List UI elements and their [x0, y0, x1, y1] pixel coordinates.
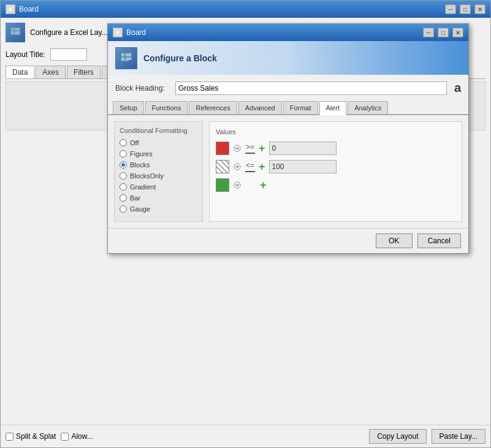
- ok-button[interactable]: OK: [376, 233, 413, 248]
- cancel-button[interactable]: Cancel: [417, 233, 461, 248]
- option-gradient-label: Gradient: [130, 183, 156, 191]
- svg-point-9: [234, 182, 240, 188]
- modal-title-icon: ■: [113, 28, 123, 37]
- value-input-1[interactable]: [269, 142, 337, 155]
- bg-tab-filters[interactable]: Filters: [67, 66, 101, 78]
- modal-footer: OK Cancel: [108, 228, 468, 253]
- values-title: Values: [216, 128, 455, 135]
- add-btn-3[interactable]: +: [260, 180, 267, 191]
- font-icon: a: [454, 81, 461, 95]
- value-input-2[interactable]: [269, 160, 337, 173]
- option-blocksonly-label: BlocksOnly: [130, 172, 164, 180]
- bg-inner-title: Configure a Excel Lay...: [30, 28, 108, 37]
- bg-minimize-btn[interactable]: ─: [445, 4, 456, 14]
- option-blocks-label: Blocks: [130, 161, 150, 169]
- allow-label: Alow...: [71, 432, 93, 441]
- block-heading-label: Block Heading:: [115, 84, 170, 93]
- value-row-2: <= +: [216, 160, 455, 173]
- radio-off[interactable]: [120, 139, 127, 146]
- svg-point-7: [234, 145, 240, 151]
- modal-close-btn[interactable]: ✕: [452, 28, 463, 37]
- option-gradient[interactable]: Gradient: [120, 183, 197, 191]
- option-bar-label: Bar: [130, 194, 140, 202]
- option-off-label: Off: [130, 139, 139, 146]
- svg-point-8: [234, 164, 240, 170]
- tab-format[interactable]: Format: [283, 101, 318, 114]
- radio-gradient[interactable]: [120, 183, 127, 191]
- option-figures[interactable]: Figures: [120, 150, 197, 158]
- option-gauge-label: Gauge: [130, 205, 150, 213]
- tab-alert[interactable]: Alert: [319, 101, 347, 115]
- bg-close-btn[interactable]: ✕: [474, 4, 485, 14]
- split-splat-row: Split & Splat: [6, 432, 56, 441]
- layout-title-input[interactable]: [50, 48, 87, 61]
- conditional-formatting-panel: Conditional Formatting Off Figures Block…: [114, 121, 203, 222]
- value-row-3: +: [216, 178, 455, 192]
- dropdown-btn-3[interactable]: [233, 181, 242, 189]
- allow-checkbox[interactable]: [61, 433, 69, 441]
- copy-layout-btn[interactable]: Copy Layout: [369, 429, 426, 444]
- modal-tabs: Setup Functions References Advanced Form…: [108, 101, 468, 115]
- modal-header-icon: [115, 47, 137, 69]
- color-swatch-1[interactable]: [216, 142, 229, 155]
- split-splat-label: Split & Splat: [16, 432, 56, 441]
- color-swatch-2[interactable]: [216, 160, 229, 173]
- tab-analytics[interactable]: Analytics: [348, 101, 388, 114]
- paste-layout-btn[interactable]: Paste Lay...: [432, 429, 485, 444]
- radio-bar[interactable]: [120, 194, 127, 202]
- modal-maximize-btn[interactable]: □: [438, 28, 449, 37]
- color-swatch-3[interactable]: [216, 178, 229, 192]
- svg-rect-0: [10, 28, 20, 35]
- modal-body: Conditional Formatting Off Figures Block…: [108, 115, 468, 228]
- split-splat-checkbox[interactable]: [6, 433, 13, 441]
- bg-title-icon: ■: [6, 4, 15, 14]
- le-operator-2: <=: [245, 161, 255, 172]
- layout-title-label: Layout Title:: [6, 50, 45, 59]
- bg-maximize-btn[interactable]: □: [460, 4, 471, 14]
- radio-figures[interactable]: [120, 150, 127, 158]
- block-heading-input[interactable]: [175, 82, 447, 95]
- bg-bottom: Split & Splat Alow... Copy Layout Paste …: [1, 425, 490, 447]
- bg-tab-axes[interactable]: Axes: [36, 66, 66, 78]
- tab-functions[interactable]: Functions: [145, 101, 188, 114]
- radio-gauge[interactable]: [120, 205, 127, 213]
- tab-references[interactable]: References: [189, 101, 237, 114]
- ge-operator-1: >=: [245, 143, 255, 154]
- add-btn-1[interactable]: +: [259, 143, 265, 154]
- modal-title-text: Board: [126, 28, 419, 37]
- dropdown-btn-1[interactable]: [233, 144, 242, 153]
- value-row-1: >= +: [216, 142, 455, 155]
- radio-blocksonly[interactable]: [120, 172, 127, 180]
- values-panel: Values >= +: [209, 121, 462, 222]
- option-off[interactable]: Off: [120, 139, 197, 146]
- add-btn-2[interactable]: +: [259, 161, 265, 172]
- allow-row: Alow...: [61, 432, 93, 441]
- radio-blocks[interactable]: [120, 161, 127, 169]
- tab-advanced[interactable]: Advanced: [238, 101, 282, 114]
- modal-header-area: Configure a Block: [108, 41, 468, 75]
- option-blocks[interactable]: Blocks: [120, 161, 197, 169]
- modal-titlebar: ■ Board ─ □ ✕: [108, 24, 468, 41]
- modal-header-title: Configure a Block: [143, 53, 217, 63]
- bg-title-text: Board: [19, 5, 39, 13]
- option-figures-label: Figures: [130, 150, 153, 158]
- modal-minimize-btn[interactable]: ─: [423, 28, 434, 37]
- option-gauge[interactable]: Gauge: [120, 205, 197, 213]
- conditional-formatting-title: Conditional Formatting: [120, 127, 197, 134]
- dropdown-btn-2[interactable]: [233, 162, 242, 171]
- modal-dialog: ■ Board ─ □ ✕ Configure a Block Block He…: [107, 23, 469, 254]
- option-bar[interactable]: Bar: [120, 194, 197, 202]
- option-blocksonly[interactable]: BlocksOnly: [120, 172, 197, 180]
- bg-tab-data[interactable]: Data: [6, 66, 34, 78]
- bg-inner-icon: [6, 23, 25, 42]
- tab-setup[interactable]: Setup: [113, 101, 144, 114]
- block-heading-row: Block Heading: a: [108, 75, 468, 101]
- bg-titlebar: ■ Board ─ □ ✕: [1, 1, 490, 18]
